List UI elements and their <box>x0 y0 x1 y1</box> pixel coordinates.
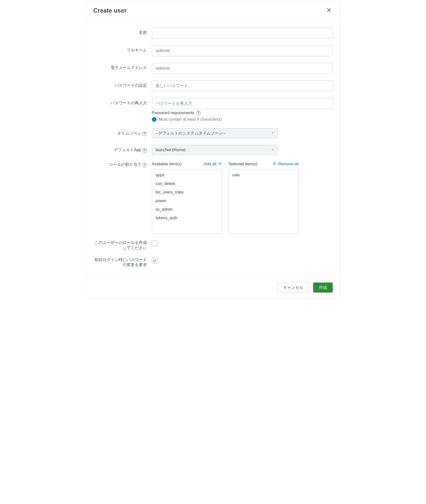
dialog-footer: キャンセル 作成 <box>86 277 340 298</box>
row-default-app: デフォルトApp ? launcher (Home) <box>93 145 333 155</box>
create-user-dialog: Create user 名前 フルネーム <box>86 0 340 298</box>
chevron-double-right-icon <box>218 162 222 167</box>
timezone-value: --デフォルトのシステムタイムゾーン-- <box>156 131 225 136</box>
selected-column: Selected item(s) Remove all user <box>228 162 299 234</box>
selected-listbox[interactable]: user <box>228 169 299 234</box>
list-item[interactable]: tokens_auth <box>152 214 222 222</box>
available-listbox[interactable]: appscan_deletelist_users_rolespowersc_ad… <box>152 169 222 234</box>
submit-button[interactable]: 作成 <box>313 282 333 293</box>
close-icon <box>326 10 332 14</box>
help-icon[interactable]: ? <box>142 163 147 167</box>
dialog-header: Create user <box>86 0 340 20</box>
label-roles: ロールの割り当て ? <box>93 162 152 167</box>
timezone-select[interactable]: --デフォルトのシステムタイムゾーン-- <box>152 128 278 138</box>
name-input[interactable] <box>152 27 333 39</box>
list-item[interactable]: list_users_roles <box>152 188 222 197</box>
label-require-pw-change: 初回ログイン時にパスワードの変更を要求 <box>93 257 152 268</box>
help-icon[interactable]: ? <box>142 132 147 136</box>
row-email: 電子メールアドレス <box>93 63 333 74</box>
row-create-role: このユーザーのロールを作成してください <box>93 240 333 251</box>
list-item[interactable]: can_delete <box>152 179 222 188</box>
label-password-confirm: パスワードの再入力 <box>93 98 152 106</box>
label-password: パスワードの設定 <box>93 80 152 88</box>
remove-all-button[interactable]: Remove all <box>273 162 298 167</box>
row-name: 名前 <box>93 27 333 39</box>
default-app-value: launcher (Home) <box>156 148 186 152</box>
password-requirements: Password requirements ? i Must contain a… <box>152 111 333 122</box>
label-name: 名前 <box>93 27 152 35</box>
available-column: Available item(s) Add all appscan_de <box>152 162 222 234</box>
label-default-app: デフォルトApp ? <box>93 145 152 153</box>
list-item[interactable]: sc_admin <box>152 205 222 214</box>
list-item[interactable]: user <box>229 171 298 179</box>
caret-down-icon <box>271 131 274 136</box>
help-icon[interactable]: ? <box>196 111 201 115</box>
label-timezone: タイムゾーン ? <box>93 128 152 136</box>
roles-dual-list: Available item(s) Add all appscan_de <box>152 162 333 234</box>
selected-title: Selected item(s) <box>228 162 258 166</box>
row-require-pw-change: 初回ログイン時にパスワードの変更を要求 <box>93 257 333 268</box>
default-app-select[interactable]: launcher (Home) <box>152 145 278 155</box>
password-input[interactable] <box>152 80 333 91</box>
label-create-role: このユーザーのロールを作成してください <box>93 240 152 251</box>
fullname-input[interactable] <box>152 45 333 56</box>
dialog-body: 名前 フルネーム 電子メールアドレス <box>86 20 340 277</box>
row-roles: ロールの割り当て ? Available item(s) Add all <box>93 162 333 234</box>
info-icon: i <box>152 117 156 122</box>
cancel-button[interactable]: キャンセル <box>277 282 309 293</box>
chevron-double-left-icon <box>273 162 277 167</box>
row-password-confirm: パスワードの再入力 Password requirements ? i Must… <box>93 98 333 122</box>
row-timezone: タイムゾーン ? --デフォルトのシステムタイムゾーン-- <box>93 128 333 138</box>
password-requirement-rule: i Must contain at least 8 character(s) <box>152 117 333 122</box>
create-role-checkbox[interactable] <box>152 241 157 246</box>
email-input[interactable] <box>152 63 333 74</box>
caret-down-icon <box>271 148 274 152</box>
label-email: 電子メールアドレス <box>93 63 152 71</box>
row-fullname: フルネーム <box>93 45 333 56</box>
require-pw-change-checkbox[interactable] <box>152 258 157 263</box>
list-item[interactable]: power <box>152 197 222 205</box>
list-item[interactable]: apps <box>152 171 222 179</box>
add-all-button[interactable]: Add all <box>204 162 222 167</box>
dialog-title: Create user <box>93 7 127 14</box>
close-button[interactable] <box>325 6 333 15</box>
password-requirements-title: Password requirements ? <box>152 111 333 115</box>
password-confirm-input[interactable] <box>152 98 333 109</box>
label-fullname: フルネーム <box>93 45 152 53</box>
row-password: パスワードの設定 <box>93 80 333 91</box>
help-icon[interactable]: ? <box>142 148 147 153</box>
available-title: Available item(s) <box>152 162 182 166</box>
